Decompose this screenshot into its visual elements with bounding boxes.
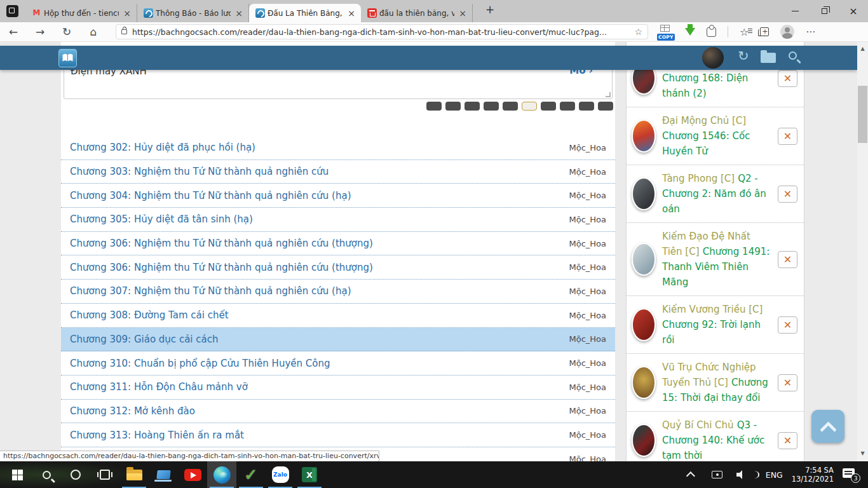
scrollbar-down-icon[interactable]: ▼ <box>857 451 868 456</box>
bookmark-item[interactable]: Kiếm Vương Triều [C] Chương 92: Trời lạn… <box>627 296 804 354</box>
scrollbar-up-icon[interactable]: ▲ <box>857 46 868 51</box>
task-view-button[interactable] <box>90 461 119 488</box>
clock[interactable]: 7:54 SA 13/12/2021 <box>792 466 834 484</box>
restore-button[interactable] <box>810 0 839 22</box>
this-pc-button[interactable] <box>149 461 178 488</box>
chapter-row[interactable]: Chương 302: Hủy diệt đã phục hồi (hạ) Mộ… <box>61 136 615 160</box>
start-button[interactable] <box>3 461 32 488</box>
chapter-link[interactable]: Chương 304: Nghiệm thu Tứ Nữ thành quả n… <box>70 190 351 201</box>
pagination-button[interactable] <box>426 102 442 111</box>
remove-bookmark-button[interactable]: ✕ <box>778 316 797 334</box>
pagination-button[interactable] <box>541 102 556 111</box>
display-tray-icon[interactable] <box>712 471 722 478</box>
tab-close-icon[interactable]: × <box>121 8 133 18</box>
remove-bookmark-button[interactable]: ✕ <box>778 70 797 87</box>
chapter-row[interactable]: Chương 313: Hoàng Thiên ấn ra mắt Mộc_Ho… <box>61 423 615 447</box>
add-favorite-icon[interactable]: ☆ <box>634 27 642 37</box>
cortana-button[interactable] <box>61 461 90 488</box>
site-logo-icon[interactable] <box>58 49 77 67</box>
page-scrollbar[interactable]: ▲ ▼ <box>857 42 868 461</box>
pagination-button[interactable] <box>598 102 613 111</box>
file-explorer-button[interactable] <box>119 461 149 488</box>
bookmark-item[interactable]: Đại Mộng Chủ [C] Chương 1546: Cốc Huyền … <box>627 107 804 165</box>
book-title[interactable]: Tàng Phong [C] <box>662 173 735 184</box>
book-current-chapter[interactable]: Chương 1546: Cốc Huyền Tử <box>662 130 750 157</box>
pagination-button[interactable] <box>503 102 518 111</box>
chapter-row[interactable]: Chương 311: Hỗn Độn Châu mảnh vỡ Mộc_Hoa <box>61 376 615 400</box>
notification-center-button[interactable]: 3 <box>843 468 858 481</box>
url-text[interactable]: https://bachngocsach.com/reader/dau-la-t… <box>132 27 634 37</box>
pagination-button[interactable] <box>579 102 594 111</box>
pagination-button[interactable] <box>560 102 575 111</box>
chapter-link[interactable]: Chương 306: Nghiệm thu Tứ Nữ thành quả n… <box>70 238 373 249</box>
browser-tab[interactable]: Đấu La Thiên Bảng, Ngã đích Tam × <box>249 4 361 22</box>
volume-icon[interactable] <box>736 470 749 479</box>
remove-bookmark-button[interactable]: ✕ <box>778 251 797 268</box>
copy-extension-icon[interactable]: COPY <box>657 24 674 39</box>
forward-button[interactable]: → <box>27 25 53 38</box>
address-bar[interactable]: https://bachngocsach.com/reader/dau-la-t… <box>116 24 648 39</box>
checkmark-app-button[interactable]: ✓ <box>236 461 266 488</box>
book-title[interactable]: Quỷ Bí Chi Chủ <box>662 419 734 431</box>
bookmark-item[interactable]: Kiếm Đạo Đệ Nhất Tiên [C] Chương 1491: T… <box>627 223 804 296</box>
remove-bookmark-button[interactable]: ✕ <box>778 186 797 203</box>
resize-handle-icon[interactable] <box>606 92 611 97</box>
collections-icon[interactable] <box>760 27 769 36</box>
profile-avatar[interactable] <box>780 25 794 39</box>
edge-button[interactable] <box>207 461 236 488</box>
excel-button[interactable]: X <box>295 461 324 488</box>
browser-tab[interactable]: Thông Báo - Báo lương convert T × <box>137 4 249 22</box>
tab-close-icon[interactable]: × <box>457 8 468 18</box>
tab-close-icon[interactable]: × <box>346 8 357 18</box>
book-current-chapter[interactable]: Chương 92: Trời lạnh rồi <box>662 319 761 346</box>
scroll-to-top-button[interactable] <box>811 410 844 443</box>
sidebar-search-icon[interactable] <box>789 51 797 60</box>
chapter-row[interactable]: Chương 312: Mở kênh đào Mộc_Hoa <box>61 400 615 424</box>
tab-close-icon[interactable]: × <box>233 8 245 18</box>
book-title[interactable]: Kiếm Vương Triều [C] <box>662 304 763 315</box>
taskbar-search-button[interactable] <box>32 461 61 488</box>
favorites-icon[interactable]: ☆ <box>740 26 749 38</box>
chapter-link[interactable]: Chương 310: Chuẩn bị phổ cập Cửu Thiên H… <box>70 358 330 369</box>
bookmark-item[interactable]: Quỷ Bí Chi Chủ Q3 - Chương 140: Khế ước … <box>627 412 804 461</box>
new-tab-button[interactable]: + <box>485 3 494 16</box>
pagination-button[interactable] <box>445 102 461 111</box>
chapter-link[interactable]: Chương 313: Hoàng Thiên ấn ra mắt <box>70 430 244 441</box>
scrollbar-thumb[interactable] <box>858 86 867 143</box>
pagination-button[interactable] <box>484 102 499 111</box>
remove-bookmark-button[interactable]: ✕ <box>778 432 797 449</box>
hidden-icons-chevron[interactable] <box>686 471 695 480</box>
chapter-link[interactable]: Chương 302: Hủy diệt đã phục hồi (hạ) <box>70 142 255 153</box>
chapter-row[interactable]: Chương 303: Nghiệm thu Tứ Nữ thành quả n… <box>61 160 615 184</box>
home-button[interactable]: ⌂ <box>80 25 107 38</box>
chapter-row[interactable]: Chương 309: Giáo dục cải cách Mộc_Hoa <box>61 328 615 352</box>
chapter-link[interactable]: Chương 308: Đường Tam cái chết <box>70 309 229 321</box>
zalo-button[interactable]: Zalo <box>266 461 295 488</box>
chapter-row[interactable]: Chương 307: Nghiệm thu Tứ Nữ thành quả n… <box>61 280 615 304</box>
settings-menu-icon[interactable]: ⋯ <box>806 26 816 37</box>
back-button[interactable]: ← <box>0 25 27 38</box>
chapter-row[interactable]: Chương 306: Nghiệm thu Tứ Nữ thành quả n… <box>61 255 615 280</box>
youtube-button[interactable] <box>178 461 207 488</box>
tab-actions-icon[interactable] <box>6 5 18 17</box>
chapter-link[interactable]: Chương 312: Mở kênh đào <box>70 405 195 417</box>
sidebar-refresh-icon[interactable]: ↻ <box>738 48 749 64</box>
chapter-link[interactable]: Chương 307: Nghiệm thu Tứ Nữ thành quả n… <box>70 285 351 297</box>
refresh-button[interactable]: ↻ <box>53 25 80 38</box>
chapter-link[interactable]: Chương 303: Nghiệm thu Tứ Nữ thành quả n… <box>70 166 329 177</box>
language-indicator[interactable]: ENG <box>766 470 783 480</box>
close-button[interactable]: × <box>839 0 868 22</box>
book-title[interactable]: Đại Mộng Chủ [C] <box>662 115 746 126</box>
chapter-row[interactable]: Chương 305: Hủy diệt đã tân sinh (hạ) Mộ… <box>61 208 615 232</box>
bookmark-item[interactable]: Tàng Phong [C] Q2 - Chương 2: Năm đó ân … <box>627 165 804 223</box>
chapter-link[interactable]: Chương 309: Giáo dục cải cách <box>70 334 218 345</box>
browser-tab[interactable]: Hộp thư đến - tiencuonggiolinh × <box>25 4 137 22</box>
chapter-row[interactable]: Chương 310: Chuẩn bị phổ cập Cửu Thiên H… <box>61 351 615 376</box>
minimize-button[interactable] <box>780 0 810 22</box>
chapter-row[interactable]: Chương 308: Đường Tam cái chết Mộc_Hoa <box>61 304 615 328</box>
sidebar-folder-icon[interactable] <box>761 53 776 63</box>
pagination-button[interactable] <box>465 102 480 111</box>
chapter-link[interactable]: Chương 305: Hủy diệt đã tân sinh (hạ) <box>70 214 253 225</box>
remove-bookmark-button[interactable]: ✕ <box>778 128 797 145</box>
extensions-puzzle-icon[interactable] <box>707 27 716 37</box>
